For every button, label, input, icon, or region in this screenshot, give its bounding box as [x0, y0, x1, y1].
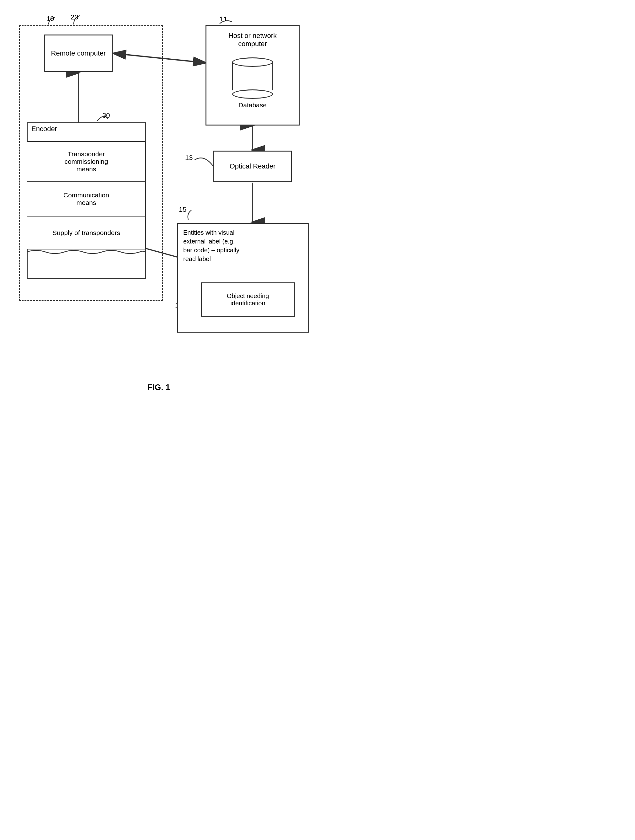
remote-computer-box: Remote computer [44, 35, 113, 72]
object-id-label: Object needing identification [227, 292, 269, 307]
wavy-bottom-decoration [27, 249, 146, 255]
diagram: 10 20 11 13 30 15 17 50 Remote computer … [0, 0, 318, 402]
ref-13-label: 13 [185, 154, 193, 162]
entities-text: Entities with visual external label (e.g… [183, 228, 303, 263]
optical-reader-box: Optical Reader [213, 151, 292, 182]
ref-10-label: 10 [46, 15, 54, 23]
supply-transponders-box: Supply of transponders [27, 216, 146, 249]
ref-11-label: 11 [220, 15, 227, 23]
transponder-commissioning-label: Transponder commissioning means [65, 150, 108, 173]
encoder-label: Encoder [32, 125, 57, 133]
communication-means-label: Communication means [63, 191, 109, 207]
figure-label: FIG. 1 [147, 382, 170, 392]
host-computer-box: Host or network computer Database [205, 25, 300, 126]
object-needing-identification-box: Object needing identification [201, 283, 295, 317]
remote-computer-label: Remote computer [51, 49, 106, 57]
db-bottom [232, 89, 273, 99]
supply-transponders-label: Supply of transponders [52, 229, 120, 237]
db-top [232, 57, 273, 67]
ref-15-label: 15 [179, 205, 186, 214]
db-label: Database [239, 101, 267, 109]
optical-reader-label: Optical Reader [230, 162, 276, 171]
ref-20-label: 20 [71, 13, 78, 21]
transponder-commissioning-box: Transponder commissioning means [27, 141, 146, 182]
host-computer-label: Host or network computer [228, 32, 277, 48]
database-cylinder: Database [232, 57, 273, 109]
communication-means-box: Communication means [27, 182, 146, 216]
